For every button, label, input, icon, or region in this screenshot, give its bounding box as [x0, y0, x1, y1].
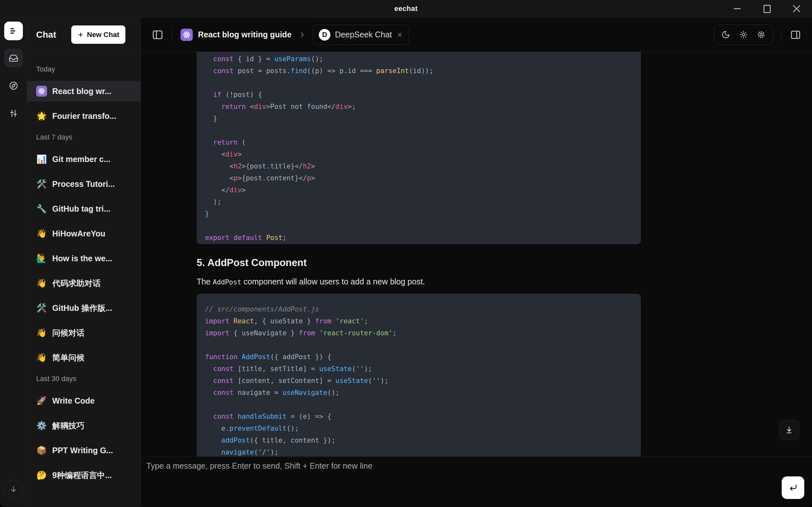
sidebar-item-discover[interactable] — [4, 76, 23, 95]
code-block-addpost-component: // src/components/AddPost.jsimport React… — [197, 294, 641, 456]
chat-history-item[interactable]: ⚙️解耦技巧 — [27, 415, 141, 436]
toggle-right-panel-button[interactable] — [790, 29, 801, 40]
send-button[interactable] — [782, 476, 804, 499]
code-line: const [title, setTitle] = useState(''); — [205, 363, 632, 375]
package-emoji: 📦 — [36, 446, 47, 455]
chat-history-item[interactable]: 👋代码求助对话 — [27, 273, 141, 293]
code-line — [205, 339, 632, 351]
breadcrumb-chat-title: React blog writing guide — [198, 30, 291, 39]
chat-history-item[interactable]: 👋问候对话 — [27, 323, 141, 343]
model-tab-label: DeepSeek Chat — [335, 30, 392, 39]
toggle-sidebar-button[interactable] — [152, 29, 163, 41]
chat-history-item[interactable]: 🛠️Process Tutori... — [27, 174, 141, 194]
code-line: e.preventDefault(); — [205, 422, 632, 435]
section-label: Last 7 days — [36, 133, 141, 142]
sidebar: Chat New Chat TodayReact blog wr...🌟Four… — [27, 18, 141, 507]
code-line: const handleSubmit = (e) => { — [205, 411, 632, 422]
chat-item-label: GitHub 操作版... — [52, 303, 112, 314]
glowing-star-emoji: 🌟 — [36, 111, 47, 121]
maximize-button[interactable] — [761, 3, 773, 14]
code-line: const [content, setContent] = useState('… — [205, 375, 632, 387]
gear-icon — [757, 30, 766, 39]
minimize-icon — [731, 3, 743, 14]
chat-history-list: TodayReact blog wr...🌟Fourier transfo...… — [27, 52, 141, 507]
message-input[interactable] — [146, 461, 759, 500]
code-line: export default Post; — [205, 232, 632, 244]
panel-left-icon — [152, 29, 163, 41]
new-chat-button[interactable]: New Chat — [71, 25, 125, 44]
hammer-wrench-emoji: 🛠️ — [36, 179, 47, 189]
chat-history-item[interactable]: 📦PPT Writing G... — [27, 440, 141, 461]
dark-theme-button[interactable] — [721, 30, 730, 39]
raising-hand-emoji: 🙋‍♂️ — [36, 253, 47, 264]
window-title: eechat — [394, 4, 418, 13]
chat-history-item[interactable]: 📊Git member c... — [27, 149, 141, 169]
code-line — [205, 220, 632, 232]
message-paragraph: The AddPost component will allow users t… — [197, 276, 641, 287]
chat-item-label: 解耦技巧 — [52, 420, 85, 431]
close-button[interactable] — [791, 3, 802, 14]
chat-item-label: Git member c... — [52, 155, 111, 164]
chat-history-item[interactable]: 🚀Write Code — [27, 390, 141, 411]
bar-chart-emoji: 📊 — [36, 154, 47, 164]
close-icon — [791, 3, 802, 14]
compass-icon — [9, 81, 18, 91]
chat-history-item[interactable]: 👋HiHowAreYou — [27, 223, 141, 244]
chat-item-label: How is the we... — [52, 254, 112, 263]
chat-item-label: React blog wr... — [52, 87, 111, 96]
code-line: addPost({ title, content }); — [205, 435, 632, 446]
code-line: import { useNavigate } from 'react-route… — [205, 327, 632, 339]
model-tab[interactable]: D DeepSeek Chat — [313, 25, 409, 45]
system-theme-button[interactable] — [757, 30, 766, 39]
arrow-down-icon — [9, 485, 18, 494]
scroll-to-bottom-button[interactable] — [779, 420, 799, 440]
chat-history-item[interactable]: 🔧GitHub tag tri... — [27, 199, 141, 219]
breadcrumb — [299, 31, 306, 38]
code-line: import React, { useState } from 'react'; — [205, 315, 632, 327]
wave-emoji: 👋 — [36, 328, 47, 338]
code-line: navigate('/'); — [205, 446, 632, 456]
section-label: Today — [36, 65, 141, 74]
code-line: return <div>Post not found</div>; — [205, 101, 632, 113]
minimize-button[interactable] — [731, 3, 743, 14]
sliders-icon — [9, 109, 18, 118]
model-tab-close-button[interactable] — [397, 32, 403, 38]
react-atom-icon — [36, 86, 47, 97]
chat-history-item[interactable]: 🤔9种编程语言中... — [27, 465, 141, 486]
theme-toggle-group — [714, 24, 773, 45]
app-logo[interactable] — [4, 21, 23, 40]
code-line — [205, 77, 632, 89]
chat-item-label: 问候对话 — [52, 328, 85, 338]
chat-item-label: GitHub tag tri... — [52, 204, 111, 214]
sidebar-item-settings[interactable] — [4, 104, 23, 123]
code-line — [205, 125, 632, 136]
main-area: React blog writing guide D DeepSeek Chat — [141, 18, 812, 507]
download-arrow-icon — [784, 426, 794, 435]
chat-history-item[interactable]: 👋简单问候 — [27, 347, 141, 368]
inline-code: AddPost — [213, 278, 242, 286]
wave-emoji: 👋 — [36, 229, 47, 239]
close-icon — [397, 32, 403, 38]
app-window: eechat — [0, 0, 812, 507]
chat-history-item[interactable]: 🙋‍♂️How is the we... — [27, 248, 141, 269]
maximize-icon — [761, 3, 773, 14]
composer — [141, 456, 812, 507]
inbox-icon — [9, 53, 18, 63]
code-line: const { id } = useParams(); — [205, 53, 632, 65]
chat-history-item[interactable]: 🌟Fourier transfo... — [27, 106, 141, 126]
chat-history-item[interactable]: React blog wr... — [27, 81, 141, 102]
light-theme-button[interactable] — [739, 30, 748, 39]
gear-emoji: ⚙️ — [36, 421, 47, 431]
sidebar-scroll-down-button[interactable] — [4, 480, 23, 499]
chat-item-label: Process Tutori... — [52, 179, 115, 189]
rocket-emoji: 🚀 — [36, 396, 47, 406]
section-label: Last 30 days — [36, 374, 141, 383]
chevron-right-icon — [299, 31, 306, 38]
topbar-divider — [172, 29, 172, 40]
section-heading: 5. AddPost Component — [197, 257, 641, 269]
sun-icon — [739, 30, 748, 39]
chat-scroll-area[interactable]: const { id } = useParams(); const post =… — [141, 52, 812, 456]
sidebar-item-chats[interactable] — [4, 49, 23, 67]
chat-history-item[interactable]: 🛠️GitHub 操作版... — [27, 298, 141, 318]
chat-item-label: HiHowAreYou — [52, 229, 105, 238]
